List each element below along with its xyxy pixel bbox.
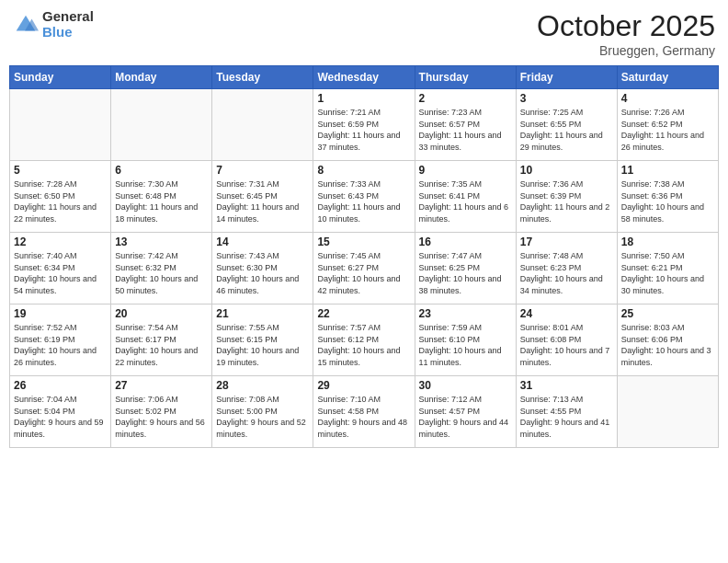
- calendar-table: Sunday Monday Tuesday Wednesday Thursday…: [9, 65, 719, 448]
- day-info: Sunrise: 7:10 AM Sunset: 4:58 PM Dayligh…: [317, 394, 410, 440]
- day-info: Sunrise: 7:36 AM Sunset: 6:39 PM Dayligh…: [520, 178, 613, 224]
- table-row: 16Sunrise: 7:47 AM Sunset: 6:25 PM Dayli…: [415, 233, 516, 304]
- table-row: 17Sunrise: 7:48 AM Sunset: 6:23 PM Dayli…: [516, 233, 617, 304]
- day-number: 11: [621, 164, 714, 177]
- day-number: 10: [520, 164, 613, 177]
- day-number: 5: [14, 164, 107, 177]
- table-row: 21Sunrise: 7:55 AM Sunset: 6:15 PM Dayli…: [212, 304, 313, 376]
- day-number: 21: [216, 307, 309, 320]
- day-info: Sunrise: 7:06 AM Sunset: 5:02 PM Dayligh…: [115, 394, 208, 440]
- day-number: 23: [419, 307, 512, 320]
- col-tuesday: Tuesday: [212, 66, 313, 89]
- logo-text: General Blue: [42, 9, 94, 40]
- col-sunday: Sunday: [10, 66, 111, 89]
- day-info: Sunrise: 7:42 AM Sunset: 6:32 PM Dayligh…: [115, 250, 208, 296]
- day-info: Sunrise: 7:54 AM Sunset: 6:17 PM Dayligh…: [115, 322, 208, 368]
- day-number: 28: [216, 379, 309, 392]
- table-row: 24Sunrise: 8:01 AM Sunset: 6:08 PM Dayli…: [516, 304, 617, 376]
- day-number: 27: [115, 379, 208, 392]
- table-row: [10, 89, 111, 161]
- day-number: 14: [216, 236, 309, 248]
- page-header: General Blue October 2025 Brueggen, Germ…: [9, 9, 719, 58]
- table-row: 20Sunrise: 7:54 AM Sunset: 6:17 PM Dayli…: [111, 304, 212, 376]
- table-row: 27Sunrise: 7:06 AM Sunset: 5:02 PM Dayli…: [111, 376, 212, 448]
- day-number: 24: [520, 307, 613, 320]
- header-row: Sunday Monday Tuesday Wednesday Thursday…: [10, 66, 719, 89]
- table-row: 12Sunrise: 7:40 AM Sunset: 6:34 PM Dayli…: [10, 233, 111, 304]
- day-number: 16: [419, 236, 512, 248]
- table-row: 10Sunrise: 7:36 AM Sunset: 6:39 PM Dayli…: [516, 161, 617, 233]
- day-info: Sunrise: 8:01 AM Sunset: 6:08 PM Dayligh…: [520, 322, 613, 368]
- calendar-week-4: 19Sunrise: 7:52 AM Sunset: 6:19 PM Dayli…: [10, 304, 719, 376]
- table-row: 18Sunrise: 7:50 AM Sunset: 6:21 PM Dayli…: [617, 233, 718, 304]
- day-number: 26: [14, 379, 107, 392]
- table-row: 9Sunrise: 7:35 AM Sunset: 6:41 PM Daylig…: [415, 161, 516, 233]
- day-info: Sunrise: 7:13 AM Sunset: 4:55 PM Dayligh…: [520, 394, 613, 440]
- calendar-week-2: 5Sunrise: 7:28 AM Sunset: 6:50 PM Daylig…: [10, 161, 719, 233]
- day-info: Sunrise: 7:35 AM Sunset: 6:41 PM Dayligh…: [419, 178, 512, 224]
- day-info: Sunrise: 7:48 AM Sunset: 6:23 PM Dayligh…: [520, 250, 613, 296]
- table-row: 11Sunrise: 7:38 AM Sunset: 6:36 PM Dayli…: [617, 161, 718, 233]
- table-row: 7Sunrise: 7:31 AM Sunset: 6:45 PM Daylig…: [212, 161, 313, 233]
- col-thursday: Thursday: [415, 66, 516, 89]
- table-row: 14Sunrise: 7:43 AM Sunset: 6:30 PM Dayli…: [212, 233, 313, 304]
- day-info: Sunrise: 7:38 AM Sunset: 6:36 PM Dayligh…: [621, 178, 714, 224]
- table-row: 25Sunrise: 8:03 AM Sunset: 6:06 PM Dayli…: [617, 304, 718, 376]
- logo-blue: Blue: [42, 25, 94, 40]
- day-number: 15: [317, 236, 410, 248]
- day-info: Sunrise: 7:57 AM Sunset: 6:12 PM Dayligh…: [317, 322, 410, 368]
- table-row: [212, 89, 313, 161]
- table-row: 23Sunrise: 7:59 AM Sunset: 6:10 PM Dayli…: [415, 304, 516, 376]
- day-number: 18: [621, 236, 714, 248]
- table-row: [617, 376, 718, 448]
- day-number: 3: [520, 92, 613, 105]
- table-row: 29Sunrise: 7:10 AM Sunset: 4:58 PM Dayli…: [313, 376, 415, 448]
- calendar-week-1: 1Sunrise: 7:21 AM Sunset: 6:59 PM Daylig…: [10, 89, 719, 161]
- calendar-page: General Blue October 2025 Brueggen, Germ…: [0, 0, 728, 563]
- col-friday: Friday: [516, 66, 617, 89]
- day-info: Sunrise: 7:12 AM Sunset: 4:57 PM Dayligh…: [419, 394, 512, 440]
- day-info: Sunrise: 7:31 AM Sunset: 6:45 PM Dayligh…: [216, 178, 309, 224]
- day-info: Sunrise: 7:40 AM Sunset: 6:34 PM Dayligh…: [14, 250, 107, 296]
- day-info: Sunrise: 7:59 AM Sunset: 6:10 PM Dayligh…: [419, 322, 512, 368]
- day-info: Sunrise: 7:08 AM Sunset: 5:00 PM Dayligh…: [216, 394, 309, 440]
- table-row: 26Sunrise: 7:04 AM Sunset: 5:04 PM Dayli…: [10, 376, 111, 448]
- day-number: 6: [115, 164, 208, 177]
- day-info: Sunrise: 7:25 AM Sunset: 6:55 PM Dayligh…: [520, 107, 613, 153]
- day-info: Sunrise: 7:26 AM Sunset: 6:52 PM Dayligh…: [621, 107, 714, 153]
- day-number: 17: [520, 236, 613, 248]
- table-row: 3Sunrise: 7:25 AM Sunset: 6:55 PM Daylig…: [516, 89, 617, 161]
- title-area: October 2025 Brueggen, Germany: [537, 9, 715, 58]
- table-row: 8Sunrise: 7:33 AM Sunset: 6:43 PM Daylig…: [313, 161, 415, 233]
- day-info: Sunrise: 7:23 AM Sunset: 6:57 PM Dayligh…: [419, 107, 512, 153]
- day-info: Sunrise: 8:03 AM Sunset: 6:06 PM Dayligh…: [621, 322, 714, 368]
- day-info: Sunrise: 7:43 AM Sunset: 6:30 PM Dayligh…: [216, 250, 309, 296]
- table-row: 31Sunrise: 7:13 AM Sunset: 4:55 PM Dayli…: [516, 376, 617, 448]
- location: Brueggen, Germany: [537, 43, 715, 58]
- logo: General Blue: [13, 9, 94, 40]
- day-number: 30: [419, 379, 512, 392]
- table-row: 4Sunrise: 7:26 AM Sunset: 6:52 PM Daylig…: [617, 89, 718, 161]
- day-number: 1: [317, 92, 410, 105]
- day-number: 29: [317, 379, 410, 392]
- day-info: Sunrise: 7:47 AM Sunset: 6:25 PM Dayligh…: [419, 250, 512, 296]
- table-row: 6Sunrise: 7:30 AM Sunset: 6:48 PM Daylig…: [111, 161, 212, 233]
- calendar-week-3: 12Sunrise: 7:40 AM Sunset: 6:34 PM Dayli…: [10, 233, 719, 304]
- day-info: Sunrise: 7:33 AM Sunset: 6:43 PM Dayligh…: [317, 178, 410, 224]
- table-row: [111, 89, 212, 161]
- calendar-week-5: 26Sunrise: 7:04 AM Sunset: 5:04 PM Dayli…: [10, 376, 719, 448]
- day-number: 22: [317, 307, 410, 320]
- day-info: Sunrise: 7:55 AM Sunset: 6:15 PM Dayligh…: [216, 322, 309, 368]
- day-info: Sunrise: 7:30 AM Sunset: 6:48 PM Dayligh…: [115, 178, 208, 224]
- table-row: 15Sunrise: 7:45 AM Sunset: 6:27 PM Dayli…: [313, 233, 415, 304]
- month-title: October 2025: [537, 9, 715, 43]
- day-number: 2: [419, 92, 512, 105]
- table-row: 2Sunrise: 7:23 AM Sunset: 6:57 PM Daylig…: [415, 89, 516, 161]
- day-info: Sunrise: 7:45 AM Sunset: 6:27 PM Dayligh…: [317, 250, 410, 296]
- day-number: 12: [14, 236, 107, 248]
- table-row: 28Sunrise: 7:08 AM Sunset: 5:00 PM Dayli…: [212, 376, 313, 448]
- table-row: 13Sunrise: 7:42 AM Sunset: 6:32 PM Dayli…: [111, 233, 212, 304]
- day-info: Sunrise: 7:04 AM Sunset: 5:04 PM Dayligh…: [14, 394, 107, 440]
- day-number: 31: [520, 379, 613, 392]
- table-row: 5Sunrise: 7:28 AM Sunset: 6:50 PM Daylig…: [10, 161, 111, 233]
